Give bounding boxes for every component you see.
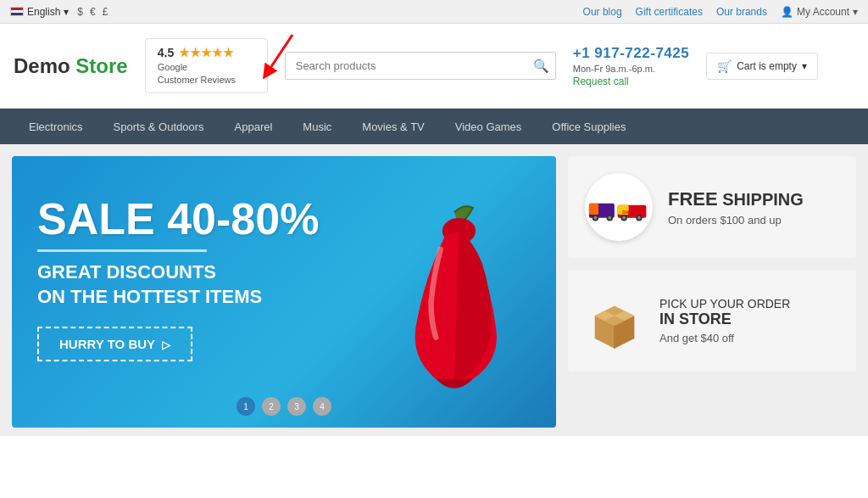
top-bar-left: English ▾ $ € £ (10, 6, 108, 18)
nav-item-electronics[interactable]: Electronics (14, 109, 98, 144)
hero-banner: SALE 40-80% GREAT DISCOUNTS ON THE HOTTE… (12, 156, 556, 428)
lang-dropdown-icon: ▾ (64, 6, 69, 18)
svg-text:DHL: DHL (622, 210, 631, 215)
free-shipping-text: FREE SHIPPING On orders $100 and up (668, 188, 804, 227)
hero-subtitle-line1: GREAT DISCOUNTS (37, 261, 216, 283)
language-label: English (27, 6, 60, 18)
reviews-label: GoogleCustomer Reviews (158, 61, 236, 86)
currency-gbp[interactable]: £ (103, 6, 108, 18)
phone-prefix: +1 917- (573, 45, 626, 61)
pickup-text: PICK UP YOUR ORDER IN STORE And get $40 … (659, 297, 790, 344)
svg-point-14 (637, 215, 641, 219)
site-logo[interactable]: Demo Store (14, 54, 128, 78)
pickup-title: PICK UP YOUR ORDER IN STORE (659, 297, 790, 328)
chili-image (344, 199, 556, 402)
carousel-dot-1[interactable]: 1 (236, 397, 255, 416)
star-rating: ★★★★★ (179, 46, 234, 59)
currency-eur[interactable]: € (90, 6, 96, 18)
top-bar-right: Our blog Gift certificates Our brands 👤 … (583, 6, 858, 18)
currency-usd[interactable]: $ (77, 6, 83, 18)
nav-item-music[interactable]: Music (287, 109, 347, 144)
cart-button[interactable]: 🛒 Cart is empty ▾ (706, 53, 818, 80)
carousel-dot-3[interactable]: 3 (287, 397, 306, 416)
hero-cta-button[interactable]: HURRY TO BUY (37, 327, 192, 361)
free-shipping-card: DHL FREE SHIPPING On orders $100 and up (568, 156, 856, 258)
logo-demo: Demo (14, 54, 70, 77)
cart-icon: 🛒 (717, 59, 732, 73)
reviews-badge[interactable]: 4.5 ★★★★★ GoogleCustomer Reviews (145, 38, 268, 93)
shipping-label: SHIPPING (718, 190, 804, 209)
cart-label: Cart is empty (737, 60, 797, 72)
carousel-dots: 1 2 3 4 (236, 397, 331, 416)
box-icon (585, 291, 644, 350)
svg-point-5 (593, 215, 597, 219)
our-blog-link[interactable]: Our blog (583, 6, 622, 18)
header: Demo Store 4.5 ★★★★★ GoogleCustomer Revi… (0, 24, 868, 109)
rating-row: 4.5 ★★★★★ (158, 46, 234, 59)
svg-rect-3 (588, 203, 598, 214)
my-account-label: My Account (797, 6, 849, 18)
search-wrap: 🔍 (285, 52, 556, 80)
phone-number-bold: 722-7425 (625, 45, 689, 61)
navigation-bar: Electronics Sports & Outdoors Apparel Mu… (0, 109, 868, 144)
our-brands-link[interactable]: Our brands (716, 6, 767, 18)
gift-certificates-link[interactable]: Gift certificates (636, 6, 703, 18)
cart-dropdown-icon: ▾ (802, 60, 807, 72)
right-sidebar: DHL FREE SHIPPING On orders $100 and up (568, 156, 856, 428)
nav-item-officesupplies[interactable]: Office Supplies (537, 109, 641, 144)
currency-selector: $ € £ (77, 6, 108, 18)
main-content: SALE 40-80% GREAT DISCOUNTS ON THE HOTTE… (0, 144, 868, 436)
svg-point-12 (622, 215, 626, 219)
pickup-subtitle: And get $40 off (659, 332, 790, 344)
carousel-dot-4[interactable]: 4 (313, 397, 331, 416)
free-shipping-title: FREE SHIPPING (668, 188, 804, 210)
trucks-icon: DHL (585, 173, 653, 241)
hero-subtitle-line2: ON THE HOTTEST ITEMS (37, 286, 262, 307)
search-button[interactable]: 🔍 (533, 59, 549, 74)
nav-item-sports[interactable]: Sports & Outdoors (98, 109, 220, 144)
search-input[interactable] (285, 52, 556, 80)
contact-info: +1 917-722-7425 Mon-Fr 9a.m.-6p.m. Reque… (573, 45, 689, 87)
hero-divider (37, 249, 207, 252)
pickup-line2: IN STORE (659, 311, 790, 328)
carousel-dot-2[interactable]: 2 (262, 397, 281, 416)
nav-item-apparel[interactable]: Apparel (220, 109, 288, 144)
nav-item-videogames[interactable]: Video Games (440, 109, 537, 144)
phone-number: +1 917-722-7425 (573, 45, 689, 62)
account-dropdown-icon: ▾ (853, 6, 858, 18)
business-hours: Mon-Fr 9a.m.-6p.m. (573, 64, 655, 74)
language-selector[interactable]: English ▾ (10, 6, 69, 18)
rating-value: 4.5 (158, 46, 174, 59)
free-shipping-subtitle: On orders $100 and up (668, 214, 804, 227)
top-bar: English ▾ $ € £ Our blog Gift certificat… (0, 0, 868, 24)
pickup-card: PICK UP YOUR ORDER IN STORE And get $40 … (568, 270, 856, 372)
flag-icon (10, 7, 24, 16)
request-call-link[interactable]: Request call (573, 76, 629, 87)
svg-point-7 (608, 215, 611, 219)
nav-item-movies[interactable]: Movies & TV (347, 109, 439, 144)
free-label: FREE (668, 188, 718, 210)
logo-store: Store (75, 54, 127, 77)
pickup-line1: PICK UP YOUR ORDER (659, 297, 790, 311)
person-icon: 👤 (781, 6, 793, 18)
my-account-menu[interactable]: 👤 My Account ▾ (781, 6, 858, 18)
